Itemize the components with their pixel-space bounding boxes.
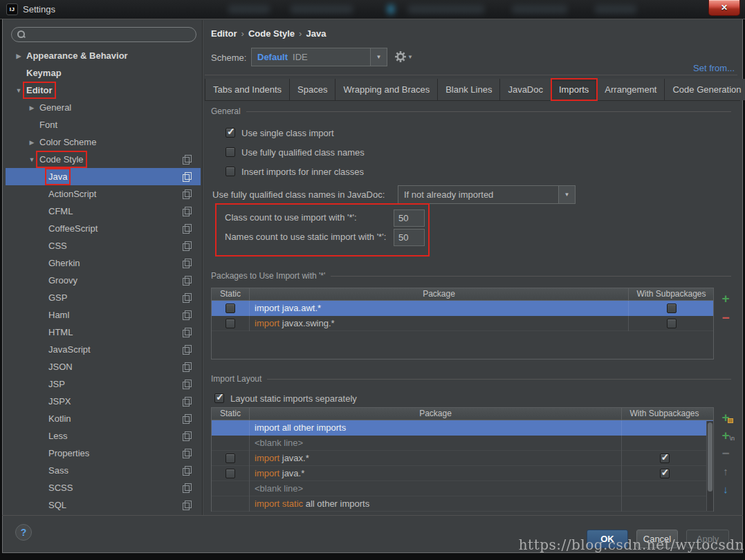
sidebar-item-less[interactable]: Less	[6, 427, 201, 445]
checkbox[interactable]	[226, 128, 235, 138]
combo-arrow-button[interactable]: ▼	[370, 48, 387, 66]
sidebar-item-font[interactable]: Font	[6, 116, 201, 133]
move-down-icon: ↓	[723, 483, 728, 495]
tab-spaces[interactable]: Spaces	[290, 79, 335, 100]
sidebar-item-editor[interactable]: ▼Editor	[6, 82, 201, 99]
search-input[interactable]	[11, 27, 196, 42]
static-checkbox[interactable]	[226, 304, 235, 313]
subpackages-checkbox[interactable]	[667, 319, 677, 328]
table-row[interactable]: import java.awt.*	[212, 301, 713, 316]
table-row[interactable]: <blank line>	[212, 436, 713, 451]
add-package-button[interactable]: +	[718, 409, 733, 424]
names-count-input[interactable]	[394, 229, 425, 246]
tab-wrapping-and-braces[interactable]: Wrapping and Braces	[335, 79, 438, 100]
package-badge-icon	[728, 418, 733, 423]
close-button[interactable]: ✕	[708, 0, 740, 16]
copy-icon	[183, 259, 192, 268]
move-down-button[interactable]: ↓	[718, 481, 733, 496]
background-blur	[408, 5, 484, 14]
remove-button[interactable]: −	[718, 445, 733, 460]
tab-javadoc[interactable]: JavaDoc	[500, 79, 551, 100]
sidebar-item-jspx[interactable]: JSPX	[6, 393, 201, 410]
sidebar-item-label: CoffeeScript	[48, 223, 98, 234]
help-button[interactable]: ?	[15, 524, 32, 541]
sidebar-item-color-scheme[interactable]: ▶Color Scheme	[6, 133, 201, 151]
chevron-right-icon[interactable]: ▶	[14, 53, 24, 59]
sidebar-item-label: Less	[48, 431, 67, 441]
scheme-actions-button[interactable]: ▼	[395, 51, 413, 62]
add-blank-line-button[interactable]: +\n	[718, 427, 733, 442]
section-divider	[267, 379, 731, 380]
table-row[interactable]: <blank line>	[212, 481, 713, 496]
table-row[interactable]: import all other imports	[212, 420, 713, 436]
static-checkbox[interactable]	[226, 454, 235, 463]
table-scrollbar[interactable]	[706, 421, 713, 511]
sidebar-item-java[interactable]: Java	[6, 168, 201, 185]
javadoc-select[interactable]: If not already imported ▼	[398, 185, 576, 204]
sidebar-item-label: General	[39, 102, 71, 113]
sidebar-item-kotlin[interactable]: Kotlin	[6, 410, 201, 427]
cancel-button[interactable]: Cancel	[636, 530, 678, 548]
sidebar-item-sass[interactable]: Sass	[6, 462, 201, 479]
general-checkboxes: Use single class importUse fully qualifi…	[226, 123, 365, 181]
checkbox-row-use-fully-qualified-class-names: Use fully qualified class names	[226, 142, 365, 162]
static-cell	[212, 316, 250, 331]
table-row[interactable]: import javax.swing.*	[212, 316, 713, 331]
static-cell	[212, 481, 250, 496]
add-button[interactable]: +	[718, 290, 733, 306]
sidebar-item-label: JavaScript	[48, 344, 91, 355]
sidebar-item-haml[interactable]: Haml	[6, 306, 201, 324]
sidebar-item-sql[interactable]: SQL	[6, 496, 201, 514]
subpackages-cell	[622, 436, 707, 451]
copy-icon	[183, 362, 192, 371]
sidebar-item-label: Groovy	[48, 275, 77, 286]
sidebar-item-javascript[interactable]: JavaScript	[6, 341, 201, 358]
sidebar-item-appearance-behavior[interactable]: ▶Appearance & Behavior	[6, 47, 201, 64]
chevron-down-icon[interactable]: ▼	[27, 156, 37, 163]
apply-button[interactable]: Apply	[686, 530, 729, 548]
sidebar-item-general[interactable]: ▶General	[6, 99, 201, 116]
remove-button[interactable]: −	[718, 310, 733, 325]
sidebar-item-scss[interactable]: SCSS	[6, 479, 201, 496]
scheme-select[interactable]: Default IDE ▼	[251, 48, 387, 66]
static-checkbox[interactable]	[226, 319, 235, 328]
checkbox[interactable]	[226, 167, 235, 176]
layout-static-separately-checkbox[interactable]	[214, 393, 224, 403]
checkbox[interactable]	[226, 147, 235, 157]
sidebar-item-json[interactable]: JSON	[6, 358, 201, 375]
tab-blank-lines[interactable]: Blank Lines	[438, 79, 500, 100]
scrollbar-thumb[interactable]	[708, 422, 712, 492]
sidebar-item-actionscript[interactable]: ActionScript	[6, 185, 201, 203]
set-from-link[interactable]: Set from...	[693, 63, 735, 73]
subpackages-checkbox[interactable]	[660, 454, 670, 463]
tab-tabs-and-indents[interactable]: Tabs and Indents	[205, 79, 290, 100]
combo-arrow-button[interactable]: ▼	[558, 186, 575, 203]
sidebar-item-css[interactable]: CSS	[6, 237, 201, 254]
tab-imports[interactable]: Imports	[551, 79, 597, 100]
move-up-button[interactable]: ↑	[718, 463, 733, 478]
tab-code-generation[interactable]: Code Generation	[665, 79, 745, 100]
tab-arrangement[interactable]: Arrangement	[597, 79, 665, 100]
class-count-input[interactable]	[394, 209, 425, 227]
ok-button[interactable]: OK	[587, 530, 628, 548]
sidebar-item-gherkin[interactable]: Gherkin	[6, 254, 201, 272]
chevron-right-icon[interactable]: ▶	[27, 139, 37, 146]
sidebar-item-cfml[interactable]: CFML	[6, 203, 201, 220]
sidebar-item-groovy[interactable]: Groovy	[6, 272, 201, 289]
subpackages-checkbox[interactable]	[667, 304, 677, 313]
subpackages-checkbox[interactable]	[660, 469, 670, 478]
sidebar-item-jsp[interactable]: JSP	[6, 375, 201, 393]
sidebar-item-html[interactable]: HTML	[6, 324, 201, 341]
table-row[interactable]: import javax.*	[212, 451, 713, 466]
sidebar-item-properties[interactable]: Properties	[6, 445, 201, 462]
static-checkbox[interactable]	[226, 469, 235, 478]
chevron-down-icon[interactable]: ▼	[14, 87, 24, 94]
chevron-right-icon[interactable]: ▶	[27, 104, 37, 111]
sidebar-item-gsp[interactable]: GSP	[6, 289, 201, 306]
sidebar-item-coffeescript[interactable]: CoffeeScript	[6, 220, 201, 237]
table-row[interactable]: import static all other imports	[212, 496, 713, 512]
sidebar-item-code-style[interactable]: ▼Code Style	[6, 151, 201, 168]
sidebar-item-keymap[interactable]: Keymap	[6, 64, 201, 82]
table-row[interactable]: import java.*	[212, 466, 713, 481]
footer-divider	[2, 515, 743, 516]
